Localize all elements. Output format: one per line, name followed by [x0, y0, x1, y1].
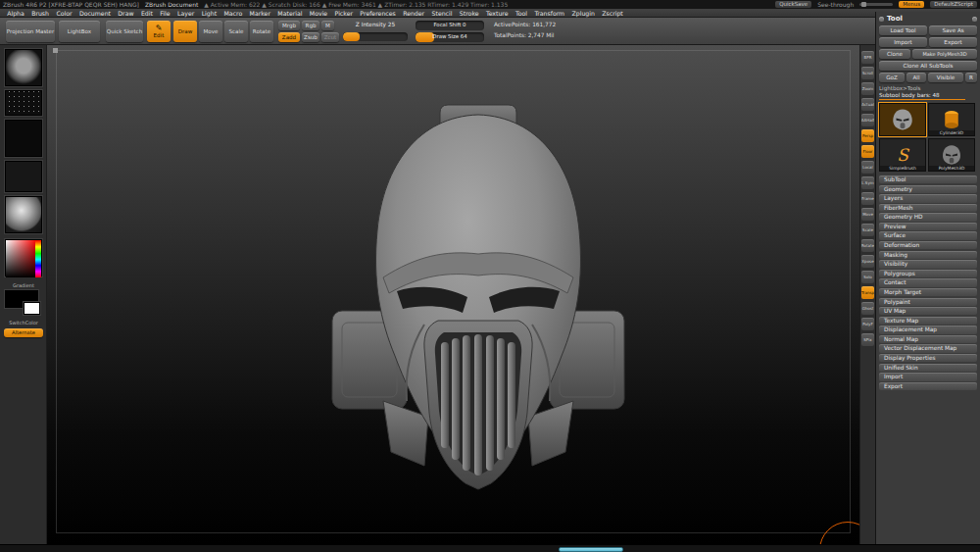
menu-item[interactable]: Alpha — [4, 9, 27, 18]
mrgb-button[interactable]: Mrgb — [278, 21, 300, 30]
right-shelf-button[interactable]: Actual — [861, 98, 874, 111]
sculpt-canvas[interactable] — [47, 45, 859, 544]
right-shelf-button[interactable]: Frame — [861, 192, 874, 205]
menu-item[interactable]: Marker — [246, 9, 273, 18]
right-shelf-button[interactable]: Local — [861, 161, 874, 174]
subpalette-header[interactable]: Displacement Map — [879, 326, 977, 333]
color-picker[interactable] — [5, 239, 42, 276]
focal-shift-slider[interactable]: Focal Shift 0 — [416, 21, 484, 30]
subpalette-header[interactable]: UV Map — [879, 307, 977, 315]
right-shelf-button[interactable]: BPR — [861, 51, 874, 64]
simplebrush-tool-thumbnail[interactable]: S SimpleBrush — [879, 138, 926, 172]
right-shelf-button[interactable]: Rotate — [861, 239, 874, 252]
zadd-button[interactable]: Zadd — [278, 32, 300, 42]
menu-item[interactable]: Zscript — [599, 9, 626, 18]
subpalette-header[interactable]: Visibility — [879, 260, 977, 268]
right-shelf-button[interactable]: Solo — [861, 271, 874, 283]
subpalette-header[interactable]: Polygroups — [879, 270, 977, 277]
right-shelf-button[interactable]: AAHalf — [861, 114, 874, 126]
subpalette-header[interactable]: Texture Map — [879, 317, 977, 325]
make-polymesh3d-button[interactable]: Make PolyMesh3D — [912, 49, 977, 59]
subpalette-header[interactable]: SubTool — [879, 176, 977, 183]
menu-item[interactable]: Draw — [115, 9, 137, 18]
menu-item[interactable]: Material — [274, 9, 306, 18]
menus-toggle-button[interactable]: Menus — [899, 1, 924, 8]
lightbox-button[interactable]: LightBox — [59, 21, 100, 42]
material-picker-thumbnail[interactable] — [5, 196, 42, 233]
menu-item[interactable]: Transform — [531, 9, 567, 18]
zcut-button[interactable]: Zcut — [321, 32, 339, 42]
subpalette-header[interactable]: Geometry HD — [879, 213, 977, 221]
goz-r-button[interactable]: R — [965, 73, 977, 82]
secondary-color-swatch[interactable] — [24, 302, 40, 315]
right-shelf-button[interactable]: PolyF — [861, 318, 874, 330]
menu-item[interactable]: Color — [53, 9, 75, 18]
menu-item[interactable]: Document — [76, 9, 114, 18]
menu-item[interactable]: Preferences — [357, 9, 399, 18]
alpha-picker-thumbnail[interactable] — [5, 120, 42, 157]
rotate-mode-button[interactable]: Rotate — [250, 21, 273, 42]
clone-button[interactable]: Clone — [879, 49, 910, 59]
subpalette-header[interactable]: Unified Skin — [879, 364, 977, 372]
subpalette-header[interactable]: Vector Displacement Map — [879, 344, 977, 352]
scale-mode-button[interactable]: Scale — [224, 21, 248, 42]
quick-sketch-button[interactable]: Quick Sketch — [106, 21, 143, 42]
zsub-button[interactable]: Zsub — [302, 32, 319, 42]
right-shelf-button[interactable]: SPix — [861, 333, 874, 346]
menu-item[interactable]: Light — [198, 9, 220, 18]
subpalette-header[interactable]: Polypaint — [879, 298, 977, 306]
quicksave-button[interactable]: QuickSave — [775, 1, 811, 8]
subpalette-header[interactable]: Normal Map — [879, 335, 977, 343]
menu-item[interactable]: Movie — [307, 9, 331, 18]
right-shelf-button[interactable]: Scroll — [861, 67, 874, 79]
draw-mode-button[interactable]: Draw — [173, 21, 197, 42]
subpalette-header[interactable]: Preview — [879, 223, 977, 230]
brush-picker-thumbnail[interactable] — [5, 49, 42, 86]
palette-pin-icon[interactable] — [879, 17, 884, 22]
see-through-slider[interactable] — [859, 3, 893, 6]
subpalette-header[interactable]: Surface — [879, 231, 977, 239]
right-shelf-button[interactable]: Xpose — [861, 255, 874, 268]
menu-item[interactable]: Zplugin — [568, 9, 598, 18]
edit-mode-button[interactable]: ✎ Edit — [147, 21, 171, 42]
clone-all-subtools-button[interactable]: Clone All SubTools — [879, 61, 977, 71]
horizontal-scrollbar[interactable] — [0, 544, 980, 552]
goz-button[interactable]: GoZ — [879, 73, 905, 82]
menu-item[interactable]: Texture — [483, 9, 512, 18]
alternate-button[interactable]: Alternate — [4, 328, 43, 337]
subpalette-header[interactable]: Morph Target — [879, 288, 977, 296]
menu-item[interactable]: Macro — [220, 9, 245, 18]
right-shelf-button[interactable]: Persp — [861, 129, 874, 142]
menu-item[interactable]: Layer — [174, 9, 198, 18]
right-shelf-button[interactable]: Floor — [861, 145, 874, 158]
load-tool-button[interactable]: Load Tool — [879, 25, 927, 35]
menu-item[interactable]: Render — [400, 9, 427, 18]
menu-item[interactable]: Edit — [138, 9, 156, 18]
right-shelf-button[interactable]: Ghost — [861, 302, 874, 315]
right-shelf-button[interactable]: Transp — [861, 286, 874, 299]
default-zscript-button[interactable]: DefaultZScript — [930, 1, 977, 8]
draw-size-slider[interactable]: Draw Size 64 — [416, 32, 484, 42]
stroke-picker-thumbnail[interactable] — [5, 90, 42, 116]
cylinder3d-tool-thumbnail[interactable]: Cylinder3D — [928, 103, 975, 136]
right-shelf-button[interactable]: Scale — [861, 224, 874, 236]
hue-strip[interactable] — [35, 240, 41, 277]
right-shelf-button[interactable]: L.Sym — [861, 176, 874, 189]
subpalette-header[interactable]: Geometry — [879, 185, 977, 193]
subpalette-header[interactable]: Layers — [879, 194, 977, 202]
goz-all-button[interactable]: All — [906, 73, 926, 82]
export-button[interactable]: Export — [929, 37, 977, 47]
saturation-value-square[interactable] — [6, 240, 36, 277]
right-shelf-button[interactable]: Move — [861, 208, 874, 221]
subpalette-header[interactable]: Export — [879, 382, 977, 390]
menu-item[interactable]: File — [157, 9, 173, 18]
menu-item[interactable]: Picker — [331, 9, 356, 18]
save-as-button[interactable]: Save As — [929, 25, 977, 35]
menu-item[interactable]: Stencil — [428, 9, 455, 18]
move-mode-button[interactable]: Move — [199, 21, 222, 42]
import-button[interactable]: Import — [879, 37, 927, 47]
z-intensity-slider[interactable] — [343, 32, 408, 41]
rgb-button[interactable]: Rgb — [302, 21, 319, 30]
lightbox-tools-link[interactable]: Lightbox>Tools — [879, 85, 977, 91]
current-tool-thumbnail[interactable] — [879, 103, 926, 136]
